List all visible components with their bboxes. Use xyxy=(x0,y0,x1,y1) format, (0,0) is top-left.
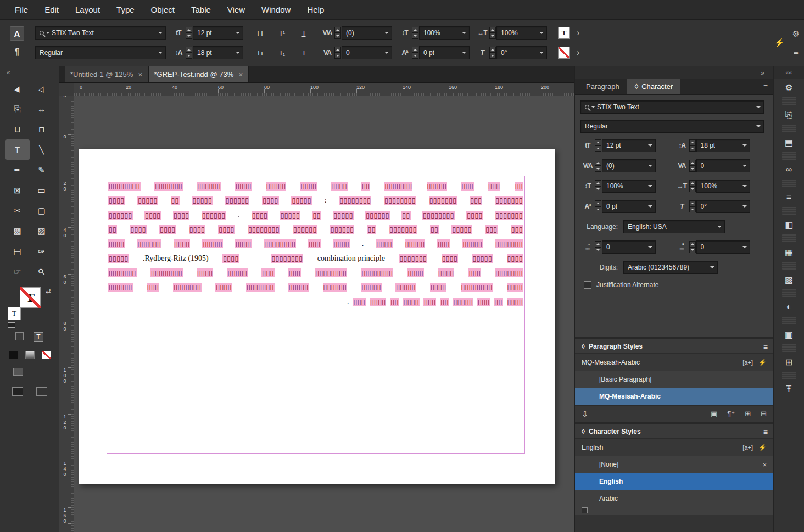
expand-arrow-icon[interactable]: › xyxy=(577,48,579,58)
direct-selection-tool[interactable]: ▷ xyxy=(30,79,54,99)
menu-table[interactable]: Table xyxy=(183,5,219,14)
toolbar-collapse-icon[interactable]: « xyxy=(0,66,59,79)
stepper-up-icon[interactable] xyxy=(489,47,496,53)
baseline-stepper[interactable] xyxy=(595,200,601,212)
font-family-dropdown[interactable]: STIX Two Text xyxy=(35,26,166,40)
scissors-tool[interactable]: ✂ xyxy=(5,200,30,221)
character-color-swatch[interactable]: T xyxy=(558,27,570,39)
font-style-dropdown[interactable]: Regular xyxy=(35,46,166,59)
stepper-up-icon[interactable] xyxy=(595,180,601,186)
menu-view[interactable]: View xyxy=(219,5,253,14)
baseline-stepper[interactable] xyxy=(412,47,418,59)
tracking-stepper[interactable] xyxy=(334,47,341,59)
stepper-down-icon[interactable] xyxy=(412,53,418,59)
menu-layout[interactable]: Layout xyxy=(67,5,108,14)
pencil-tool[interactable]: ✎ xyxy=(30,160,54,180)
stepper-up-icon[interactable] xyxy=(595,139,601,145)
stepper-up-icon[interactable] xyxy=(595,241,601,247)
paragraph-formatting-button[interactable]: ¶ xyxy=(10,45,24,59)
stepper-up-icon[interactable] xyxy=(595,160,601,166)
applied-character-style[interactable]: English [a+] ⚡ xyxy=(575,439,773,456)
vertical-ruler[interactable]: 2 002 04 06 08 01 0 01 2 01 4 01 6 0 xyxy=(59,96,74,532)
stepper-down-icon[interactable] xyxy=(186,53,192,59)
close-icon[interactable]: × xyxy=(138,70,142,79)
stepper-down-icon[interactable] xyxy=(412,33,418,39)
note-tool[interactable]: ▤ xyxy=(5,241,30,261)
stepper-down-icon[interactable] xyxy=(689,166,696,172)
hand-tool[interactable]: ☞ xyxy=(5,261,30,282)
stepper-down-icon[interactable] xyxy=(689,186,696,192)
leading-dropdown[interactable]: 18 pt xyxy=(696,139,750,152)
create-style-icon[interactable]: ⊞ xyxy=(745,410,751,418)
stroke-panel-icon[interactable]: ≡ xyxy=(778,188,800,206)
hscale-stepper[interactable] xyxy=(489,27,496,39)
size-dropdown[interactable]: 12 pt xyxy=(193,26,243,40)
quick-apply-icon[interactable]: ⚡ xyxy=(774,38,785,48)
skew-dropdown[interactable]: 0° xyxy=(696,200,750,213)
fill-proxy[interactable]: T xyxy=(20,287,41,308)
baseline-dropdown[interactable]: 0 pt xyxy=(419,46,470,59)
panel-menu-icon[interactable]: ≡ xyxy=(763,82,768,91)
pages-panel-icon[interactable]: ⎘ xyxy=(778,106,800,124)
leading-stepper[interactable] xyxy=(689,139,696,152)
kerning-stepper[interactable] xyxy=(595,160,601,172)
tracking-dropdown[interactable]: 0 xyxy=(696,159,750,172)
text-wrap-panel-icon[interactable]: ⊞ xyxy=(778,353,800,371)
panel-menu-icon[interactable]: ≡ xyxy=(763,428,768,436)
hscale-stepper[interactable] xyxy=(689,180,696,192)
leading-dropdown[interactable]: 18 pt xyxy=(193,46,243,59)
document-tab[interactable]: *GREP-Test.indd @ 73%× xyxy=(149,66,249,82)
stepper-up-icon[interactable] xyxy=(334,47,341,53)
font-style-dropdown[interactable]: Regular xyxy=(580,120,764,133)
stepper-up-icon[interactable] xyxy=(186,47,192,53)
stepper-down-icon[interactable] xyxy=(689,247,696,253)
close-icon[interactable]: × xyxy=(238,70,243,79)
justification-alternate-checkbox[interactable] xyxy=(584,281,591,289)
menu-file[interactable]: File xyxy=(7,5,36,14)
swatches-panel-icon[interactable]: ▦ xyxy=(778,243,800,261)
load-styles-icon[interactable]: ⇩ xyxy=(582,410,588,418)
zoom-tool[interactable]: ⚲ xyxy=(30,261,54,282)
color-panel-icon[interactable]: ◧ xyxy=(778,216,800,233)
vscale-dropdown[interactable]: 100% xyxy=(602,180,656,193)
kerning-stepper[interactable] xyxy=(334,27,341,39)
kashida-dropdown[interactable]: 0 xyxy=(602,240,656,254)
underline-button[interactable]: T xyxy=(294,26,314,40)
free-transform-tool[interactable]: ▢ xyxy=(30,200,54,221)
view-options-button[interactable] xyxy=(13,368,23,376)
pasteboard[interactable]: 2 002 04 06 08 01 0 01 2 01 4 01 6 0 ▯▯▯… xyxy=(59,96,574,532)
kerning-dropdown[interactable]: (0) xyxy=(342,26,392,40)
stepper-up-icon[interactable] xyxy=(689,241,696,247)
expand-arrow-icon[interactable]: › xyxy=(577,28,579,38)
stepper-down-icon[interactable] xyxy=(186,33,192,39)
apply-none-button[interactable] xyxy=(42,351,51,359)
line-tool[interactable]: ╲ xyxy=(30,139,54,160)
tab-paragraph[interactable]: Paragraph xyxy=(578,79,627,94)
layers-panel-icon[interactable]: ▤ xyxy=(778,133,800,151)
stepper-down-icon[interactable] xyxy=(334,33,341,39)
eyedropper-tool[interactable]: ✑ xyxy=(30,241,54,261)
stepper-down-icon[interactable] xyxy=(489,53,496,59)
gradient-feather-tool[interactable]: ▨ xyxy=(30,221,54,241)
panel-menu-icon[interactable]: ≡ xyxy=(763,343,768,351)
tab-character[interactable]: ◊ Character xyxy=(627,79,681,94)
size-stepper[interactable] xyxy=(186,27,192,39)
links-panel-icon[interactable]: ∞ xyxy=(778,161,800,178)
language-dropdown[interactable]: English: USA xyxy=(623,220,725,233)
skew-stepper[interactable] xyxy=(689,200,696,212)
small-caps-button[interactable]: Tᴛ xyxy=(250,46,270,59)
stepper-down-icon[interactable] xyxy=(595,186,601,192)
stepper-up-icon[interactable] xyxy=(186,27,192,33)
stepper-down-icon[interactable] xyxy=(595,166,601,172)
skew-stepper[interactable] xyxy=(489,47,496,59)
rectangle-tool[interactable]: ▭ xyxy=(30,180,54,200)
control-panel-menu-icon[interactable]: ≡ xyxy=(792,47,800,57)
vscale-stepper[interactable] xyxy=(595,180,601,192)
strikethrough-button[interactable]: T xyxy=(294,46,314,59)
object-styles-panel-icon[interactable]: ▣ xyxy=(778,326,800,343)
kashida-stepper[interactable] xyxy=(595,241,601,253)
normal-view-button[interactable] xyxy=(12,387,23,396)
stepper-down-icon[interactable] xyxy=(489,33,496,39)
formatting-affects-text-button[interactable]: T xyxy=(34,332,43,342)
content-placer-tool[interactable]: ⊓ xyxy=(30,119,54,139)
